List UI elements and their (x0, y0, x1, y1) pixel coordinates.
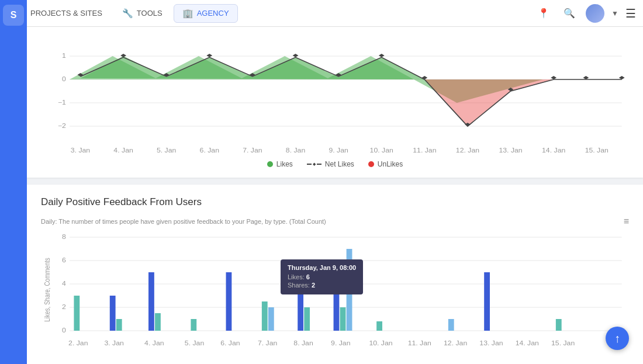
svg-text:9. Jan: 9. Jan (331, 340, 350, 346)
svg-text:5. Jan: 5. Jan (185, 340, 204, 346)
svg-text:−1: −1 (58, 99, 66, 106)
top-chart-legend: Likes ◆ Net Likes UnLikes (41, 160, 629, 168)
user-avatar[interactable] (586, 4, 604, 23)
svg-text:13. Jan: 13. Jan (499, 147, 522, 154)
svg-text:12. Jan: 12. Jan (456, 147, 479, 154)
bar-shares-6 (304, 307, 310, 331)
svg-text:14. Jan: 14. Jan (542, 147, 565, 154)
svg-text:8. Jan: 8. Jan (286, 147, 305, 154)
content-area: 1 0 −1 −2 (27, 27, 643, 364)
svg-marker-13 (120, 54, 126, 57)
svg-text:5. Jan: 5. Jan (157, 147, 176, 154)
svg-text:4. Jan: 4. Jan (113, 147, 133, 154)
bar-shares-1 (116, 319, 122, 331)
svg-marker-23 (551, 76, 556, 79)
bar-shares-13 (556, 319, 562, 331)
bar-likes-11 (484, 272, 490, 331)
net-likes-legend-label: Net Likes (325, 160, 354, 168)
top-chart-svg: 1 0 −1 −2 (41, 39, 629, 155)
nav-tab-agency[interactable]: 🏢 AGENCY (174, 4, 238, 23)
positive-feedback-title: Daily Positive Feedback From Users (41, 196, 629, 208)
svg-text:6. Jan: 6. Jan (220, 340, 240, 346)
bar-shares-0 (74, 296, 79, 331)
unlikes-legend-label: UnLikes (378, 160, 403, 168)
svg-marker-15 (206, 54, 212, 57)
bar-shares-8 (376, 321, 382, 331)
bar-comments-5 (268, 307, 274, 331)
legend-unlikes: UnLikes (368, 160, 403, 168)
bar-comments-10 (448, 319, 454, 331)
svg-text:9. Jan: 9. Jan (329, 147, 348, 154)
bottom-chart-header: Daily: The number of times people have g… (41, 216, 629, 227)
net-likes-chart-section: 1 0 −1 −2 (27, 27, 643, 178)
svg-text:15. Jan: 15. Jan (551, 340, 575, 346)
avatar-chevron[interactable]: ▼ (611, 9, 618, 18)
bar-likes-2 (148, 272, 154, 331)
bar-likes-7 (334, 261, 340, 331)
bar-shares-5 (262, 301, 268, 331)
sidebar: S (0, 0, 27, 364)
svg-text:1: 1 (62, 53, 66, 59)
bar-chart-svg: 8 6 4 2 0 Likes, Share, Comments (41, 231, 629, 364)
positive-feedback-chart-section: Daily Positive Feedback From Users Daily… (27, 185, 643, 364)
bar-shares-3 (191, 319, 196, 331)
bar-shares-2 (155, 313, 161, 331)
svg-text:10. Jan: 10. Jan (369, 340, 392, 346)
pin-button[interactable]: 📍 (534, 4, 553, 23)
nav-tab-tools[interactable]: 🔧 TOOLS (113, 4, 171, 23)
svg-text:11. Jan: 11. Jan (408, 340, 431, 346)
sidebar-logo[interactable]: S (3, 5, 24, 26)
net-likes-legend-icon: ◆ (307, 162, 322, 167)
scroll-to-top-button[interactable]: ↑ (606, 327, 629, 350)
svg-text:2: 2 (62, 304, 66, 310)
unlikes-legend-dot (368, 161, 374, 167)
svg-text:6. Jan: 6. Jan (200, 147, 219, 154)
svg-text:0: 0 (62, 76, 66, 82)
svg-text:3. Jan: 3. Jan (104, 340, 123, 346)
agency-label: AGENCY (197, 9, 229, 18)
tools-icon: 🔧 (122, 8, 133, 19)
svg-text:Likes, Share, Comments: Likes, Share, Comments (43, 258, 51, 322)
bar-likes-6 (298, 278, 303, 331)
bar-likes-1 (110, 296, 116, 331)
nav-tabs: 🏠 PROJECTS & SITES 🔧 TOOLS 🏢 AGENCY (7, 4, 238, 23)
projects-label: PROJECTS & SITES (30, 9, 102, 18)
svg-text:7. Jan: 7. Jan (258, 340, 277, 346)
nav-right: 📍 🔍 ▼ ☰ (534, 4, 636, 23)
svg-text:4: 4 (62, 280, 66, 287)
svg-text:3. Jan: 3. Jan (71, 147, 90, 154)
svg-text:6: 6 (62, 257, 66, 264)
svg-text:4. Jan: 4. Jan (144, 340, 164, 346)
svg-marker-24 (583, 76, 589, 79)
bar-likes-4 (226, 272, 232, 331)
svg-text:2. Jan: 2. Jan (68, 340, 88, 346)
svg-text:7. Jan: 7. Jan (243, 147, 262, 154)
svg-marker-25 (619, 76, 625, 79)
tools-label: TOOLS (137, 9, 163, 18)
svg-text:−2: −2 (58, 123, 66, 129)
likes-legend-label: Likes (276, 160, 293, 168)
agency-icon: 🏢 (182, 8, 193, 19)
top-chart-wrap: 1 0 −1 −2 (41, 39, 629, 155)
chart-menu-icon[interactable]: ≡ (624, 216, 629, 227)
bar-chart-wrap: Thursday, Jan 9, 08:00 Likes: 6 Shares: … (41, 231, 629, 364)
hamburger-menu[interactable]: ☰ (625, 6, 636, 20)
svg-marker-17 (293, 54, 299, 57)
svg-marker-19 (379, 54, 385, 57)
svg-text:15. Jan: 15. Jan (585, 147, 609, 154)
svg-text:11. Jan: 11. Jan (413, 147, 436, 154)
svg-text:10. Jan: 10. Jan (370, 147, 393, 154)
legend-net-likes: ◆ Net Likes (307, 160, 354, 168)
main-content: 1 0 −1 −2 (27, 27, 643, 364)
svg-text:13. Jan: 13. Jan (479, 340, 503, 346)
legend-likes: Likes (267, 160, 293, 168)
topnav: 🏠 PROJECTS & SITES 🔧 TOOLS 🏢 AGENCY 📍 🔍 … (0, 0, 643, 27)
bottom-chart-subtitle: Daily: The number of times people have g… (41, 218, 326, 225)
bar-shares-7 (340, 307, 346, 331)
likes-legend-dot (267, 161, 273, 167)
svg-text:8. Jan: 8. Jan (293, 340, 313, 346)
svg-text:14. Jan: 14. Jan (516, 340, 539, 346)
svg-text:0: 0 (62, 327, 66, 334)
search-button[interactable]: 🔍 (560, 4, 579, 23)
bar-comments-7 (347, 249, 352, 331)
